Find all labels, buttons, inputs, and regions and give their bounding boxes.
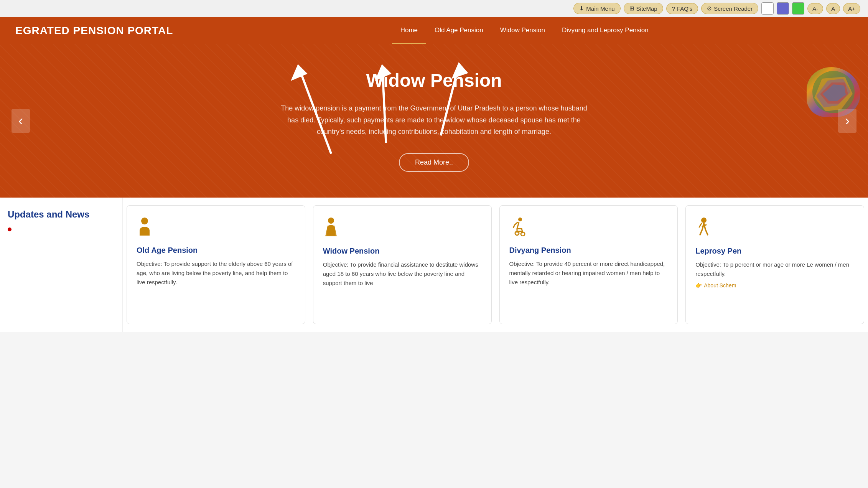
site-title: EGRATED PENSION PORTAL bbox=[15, 25, 173, 37]
widow-icon bbox=[323, 217, 482, 241]
read-more-button[interactable]: Read More.. bbox=[399, 153, 469, 172]
sitemap-label: SiteMap bbox=[636, 5, 657, 12]
divyang-pension-card: Divyang Pension Objective: To provide 40… bbox=[499, 205, 678, 324]
old-age-pension-card: Old Age Pension Objective: To provide su… bbox=[127, 205, 305, 324]
sitemap-icon: ⊞ bbox=[629, 5, 634, 12]
leprosy-card-description: Objective: To p percent or mor age or mo… bbox=[695, 260, 854, 279]
navigation: Home Old Age Pension Widow Pension Divya… bbox=[196, 17, 853, 45]
widow-pension-card: Widow Pension Objective: To provide fina… bbox=[313, 205, 492, 324]
widow-card-title: Widow Pension bbox=[323, 247, 482, 256]
sitemap-button[interactable]: ⊞ SiteMap bbox=[624, 3, 663, 14]
divyang-card-description: Objective: To provide 40 percent or more… bbox=[509, 259, 668, 287]
screen-reader-label: Screen Reader bbox=[714, 5, 753, 12]
next-slide-button[interactable]: › bbox=[838, 109, 856, 133]
leprosy-pension-card: Leprosy Pen Objective: To p percent or m… bbox=[685, 205, 864, 324]
faq-icon: ? bbox=[672, 5, 675, 12]
font-decrease-button[interactable]: A- bbox=[807, 3, 823, 14]
color-scheme-purple[interactable] bbox=[777, 2, 789, 15]
updates-panel: Updates and News bbox=[0, 198, 123, 332]
link-arrow-icon: 👉 bbox=[695, 282, 702, 289]
divyang-card-title: Divyang Pension bbox=[509, 246, 668, 255]
nav-divyang-leprosy-pension[interactable]: Divyang and Leprosy Pension bbox=[553, 17, 657, 45]
svg-point-14 bbox=[518, 218, 522, 221]
main-menu-button[interactable]: ⬇ Main Menu bbox=[573, 3, 620, 14]
color-scheme-green[interactable] bbox=[792, 2, 804, 15]
widow-card-description: Objective: To provide financial assistan… bbox=[323, 260, 482, 288]
accessibility-bar: ⬇ Main Menu ⊞ SiteMap ? FAQ's ⊘ Screen R… bbox=[0, 0, 868, 17]
header: EGRATED PENSION PORTAL Home Old Age Pens… bbox=[0, 17, 868, 44]
svg-marker-1 bbox=[293, 66, 305, 79]
svg-point-17 bbox=[701, 218, 707, 223]
leprosy-card-title: Leprosy Pen bbox=[695, 247, 854, 256]
hero-section: ‹ Widow Pension The widow pension is a p… bbox=[0, 44, 868, 198]
bottom-section: Updates and News Old Age Pension Objecti… bbox=[0, 198, 868, 332]
svg-point-15 bbox=[521, 232, 525, 236]
font-increase-button[interactable]: A+ bbox=[843, 3, 860, 14]
svg-point-12 bbox=[328, 218, 334, 224]
old-age-icon bbox=[137, 217, 295, 240]
main-menu-label: Main Menu bbox=[586, 5, 614, 12]
pension-cards-container: Old Age Pension Objective: To provide su… bbox=[123, 198, 868, 332]
svg-marker-13 bbox=[325, 226, 337, 236]
nav-old-age-pension[interactable]: Old Age Pension bbox=[426, 17, 492, 45]
nav-widow-pension[interactable]: Widow Pension bbox=[492, 17, 553, 45]
color-scheme-white[interactable] bbox=[761, 2, 774, 15]
faq-button[interactable]: ? FAQ's bbox=[666, 3, 698, 14]
walking-icon bbox=[695, 217, 854, 241]
nav-home[interactable]: Home bbox=[392, 17, 426, 45]
leprosy-about-link[interactable]: 👉 About Schem bbox=[695, 282, 854, 289]
old-age-card-description: Objective: To provide support to the eld… bbox=[137, 259, 295, 287]
updates-dot bbox=[8, 228, 12, 231]
hero-description: The widow pension is a payment from the … bbox=[281, 102, 588, 138]
wheelchair-icon bbox=[509, 217, 668, 240]
leprosy-link-label: About Schem bbox=[704, 282, 736, 289]
old-age-card-title: Old Age Pension bbox=[137, 246, 295, 255]
prev-slide-button[interactable]: ‹ bbox=[12, 109, 30, 133]
screen-reader-icon: ⊘ bbox=[707, 5, 712, 12]
menu-icon: ⬇ bbox=[579, 5, 584, 12]
svg-point-11 bbox=[141, 218, 148, 224]
screen-reader-button[interactable]: ⊘ Screen Reader bbox=[701, 3, 758, 14]
faq-label: FAQ's bbox=[677, 5, 692, 12]
updates-title: Updates and News bbox=[8, 209, 115, 220]
hero-title: Widow Pension bbox=[366, 70, 502, 91]
font-normal-button[interactable]: A bbox=[826, 3, 840, 14]
